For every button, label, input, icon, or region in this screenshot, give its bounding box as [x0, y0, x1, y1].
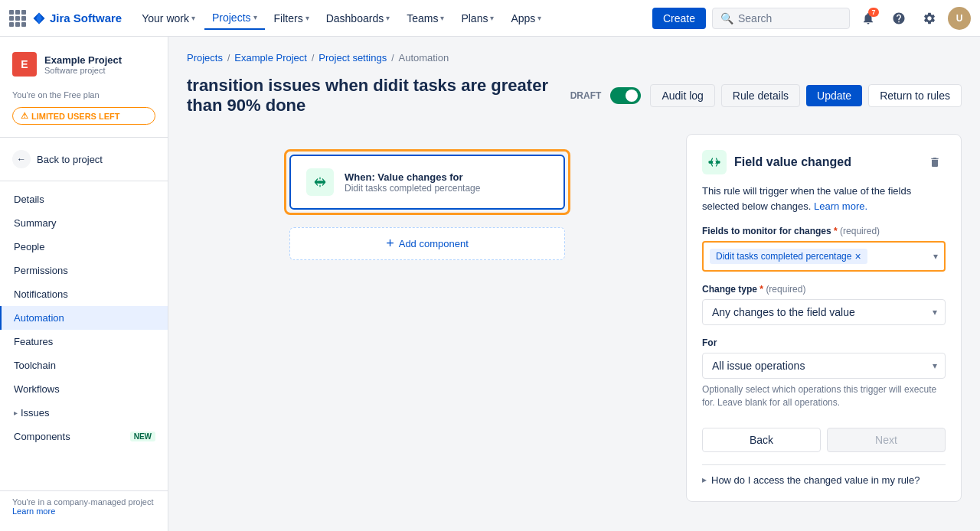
breadcrumb-example-project[interactable]: Example Project	[234, 52, 307, 64]
rule-header: transition issues when didit tasks are g…	[187, 76, 962, 116]
trigger-label: When: Value changes for	[345, 171, 548, 183]
nav-item-plans[interactable]: Plans ▾	[453, 8, 501, 29]
trigger-card-outer: When: Value changes for Didit tasks comp…	[284, 149, 570, 215]
nav-item-apps[interactable]: Apps ▾	[503, 8, 549, 29]
breadcrumb-project-settings[interactable]: Project settings	[318, 52, 387, 64]
notification-count: 7	[868, 8, 879, 17]
top-nav: Jira Software Your work ▾ Projects ▾ Fil…	[0, 0, 980, 37]
help-button[interactable]	[887, 6, 911, 31]
breadcrumb-projects[interactable]: Projects	[187, 52, 223, 64]
right-panel: Field value changed This rule will trigg…	[686, 134, 962, 502]
sidebar-item-features[interactable]: Features	[0, 330, 168, 353]
trigger-card[interactable]: When: Value changes for Didit tasks comp…	[289, 155, 565, 210]
nav-item-filters[interactable]: Filters ▾	[266, 8, 317, 29]
fields-monitor-group: Fields to monitor for changes * (require…	[702, 226, 946, 272]
add-component-button[interactable]: + Add component	[289, 227, 565, 260]
panel-icon	[702, 150, 727, 174]
chevron-down-icon: ▾	[191, 14, 195, 22]
next-button: Next	[827, 428, 946, 452]
sidebar-divider	[0, 137, 168, 138]
project-type: Software project	[44, 66, 155, 75]
change-type-label: Change type * (required)	[702, 284, 946, 295]
panel-header: Field value changed	[702, 150, 946, 174]
sidebar-item-people[interactable]: People	[0, 235, 168, 259]
field-tag: Didit tasks completed percentage ×	[710, 249, 867, 264]
nav-item-your-work[interactable]: Your work ▾	[134, 8, 203, 29]
sidebar-item-summary[interactable]: Summary	[0, 211, 168, 235]
sidebar-item-workflows[interactable]: Workflows	[0, 377, 168, 401]
rule-canvas: When: Value changes for Didit tasks comp…	[187, 134, 962, 502]
avatar[interactable]: U	[948, 7, 971, 30]
sidebar-item-details[interactable]: Details	[0, 187, 168, 211]
change-type-select[interactable]: Any changes to the field value	[703, 300, 945, 324]
chevron-down-icon: ▾	[490, 14, 494, 22]
free-plan-text: You're on the Free plan	[12, 90, 155, 99]
back-icon: ←	[12, 150, 31, 168]
sidebar-item-permissions[interactable]: Permissions	[0, 259, 168, 282]
settings-icon	[923, 11, 936, 25]
chevron-down-icon: ▾	[440, 14, 444, 22]
sidebar-item-toolchain[interactable]: Toolchain	[0, 353, 168, 377]
value-changed-icon	[312, 174, 328, 190]
nav-item-projects[interactable]: Projects ▾	[204, 7, 265, 30]
nav-item-dashboards[interactable]: Dashboards ▾	[318, 8, 398, 29]
sidebar-item-issues[interactable]: ▸ Issues	[0, 401, 168, 425]
rule-details-button[interactable]: Rule details	[721, 84, 800, 107]
fields-select-container[interactable]: Didit tasks completed percentage × ▾	[702, 241, 946, 272]
for-select[interactable]: All issue operations	[703, 353, 945, 378]
logo-text: Jira Software	[50, 11, 122, 24]
panel-description: This rule will trigger when the value of…	[702, 184, 946, 213]
company-managed-text: You're in a company-managed project	[12, 497, 155, 507]
tag-remove-button[interactable]: ×	[854, 251, 861, 262]
nav-item-teams[interactable]: Teams ▾	[399, 8, 452, 29]
draft-label: DRAFT	[570, 90, 602, 101]
breadcrumb-sep-2: /	[312, 53, 314, 64]
accordion-trigger[interactable]: ▸ How do I access the changed value in m…	[702, 474, 946, 486]
update-button[interactable]: Update	[806, 85, 862, 106]
settings-button[interactable]	[917, 6, 942, 31]
audit-log-button[interactable]: Audit log	[650, 84, 714, 107]
draft-toggle[interactable]	[610, 87, 641, 104]
canvas-area: When: Value changes for Didit tasks comp…	[187, 134, 668, 502]
sidebar-item-automation[interactable]: Automation	[0, 306, 168, 330]
rule-title: transition issues when didit tasks are g…	[187, 76, 561, 116]
app-layout: E Example Project Software project You'r…	[0, 37, 980, 531]
back-button[interactable]: Back	[702, 428, 821, 452]
trash-icon	[929, 156, 941, 168]
learn-more-link[interactable]: Learn more	[12, 507, 55, 516]
for-label: For	[702, 337, 946, 348]
chevron-down-icon: ▾	[305, 14, 309, 22]
svg-point-3	[713, 161, 716, 164]
trigger-icon	[306, 168, 334, 196]
for-select-container[interactable]: All issue operations ▾	[702, 353, 946, 379]
fields-select-tags[interactable]: Didit tasks completed percentage ×	[704, 243, 944, 270]
search-input[interactable]: 🔍 Search	[712, 8, 850, 29]
nav-logo[interactable]: Jira Software	[9, 10, 122, 27]
search-icon: 🔍	[720, 12, 733, 24]
panel-accordion: ▸ How do I access the changed value in m…	[702, 464, 946, 486]
create-button[interactable]: Create	[652, 8, 706, 29]
trigger-sublabel: Didit tasks completed percentage	[345, 183, 548, 194]
breadcrumb: Projects / Example Project / Project set…	[187, 52, 962, 64]
sidebar-item-components[interactable]: Components NEW	[0, 425, 168, 448]
notifications-button[interactable]: 7	[856, 6, 880, 31]
limited-users-button[interactable]: ⚠ LIMITED USERS LEFT	[12, 107, 155, 125]
nav-right: Create 🔍 Search 7 U	[652, 6, 971, 31]
breadcrumb-automation: Automation	[399, 52, 449, 64]
change-type-group: Change type * (required) Any changes to …	[702, 284, 946, 325]
grid-icon	[9, 10, 26, 27]
learn-more-link[interactable]: Learn more.	[814, 200, 867, 212]
return-to-rules-button[interactable]: Return to rules	[868, 84, 962, 107]
chevron-down-icon: ▾	[386, 14, 390, 22]
chevron-down-icon: ▾	[537, 14, 541, 22]
change-type-select-container[interactable]: Any changes to the field value ▾	[702, 299, 946, 325]
chevron-right-icon: ▸	[702, 474, 707, 485]
sidebar-project: E Example Project Software project	[0, 46, 168, 86]
sidebar-item-notifications[interactable]: Notifications	[0, 282, 168, 306]
chevron-down-icon: ▾	[933, 251, 938, 262]
breadcrumb-sep-3: /	[391, 53, 394, 64]
help-icon	[892, 11, 906, 25]
sidebar-back-to-project[interactable]: ← Back to project	[0, 144, 168, 174]
delete-button[interactable]	[924, 151, 946, 173]
jira-diamond-icon	[32, 11, 46, 25]
